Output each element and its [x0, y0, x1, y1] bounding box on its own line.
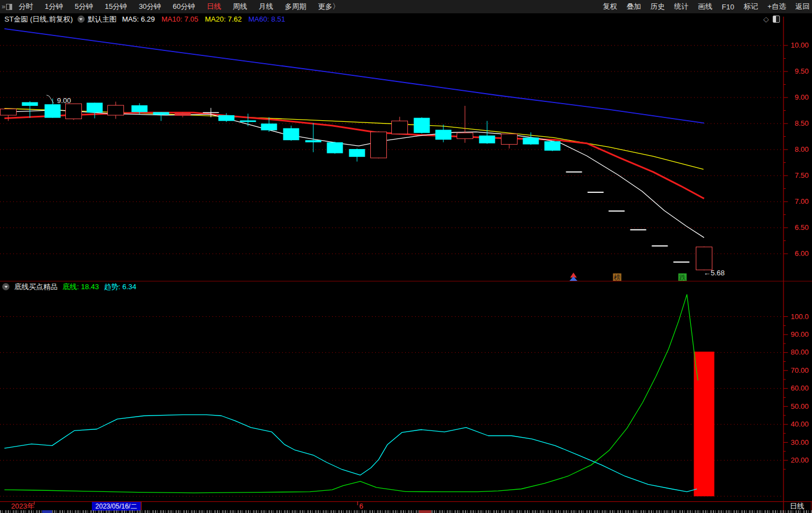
- candle-down[interactable]: [327, 142, 343, 153]
- indicator-name[interactable]: 底线买点精品: [14, 282, 58, 292]
- candle-down[interactable]: [349, 149, 365, 157]
- period-tab-8[interactable]: 月线: [259, 2, 273, 12]
- candle-down[interactable]: [219, 115, 235, 121]
- period-tab-1[interactable]: 1分钟: [45, 2, 63, 12]
- indicator-axis-label: 80.00: [790, 348, 809, 356]
- candle-up-solid[interactable]: [175, 113, 191, 116]
- indicator-header-row: 底线买点精品 底线: 18.43 趋势: 6.34: [2, 282, 136, 291]
- period-tab-9[interactable]: 多周期: [285, 2, 307, 12]
- main-axis-label: 8.50: [795, 119, 809, 127]
- tool-button-0[interactable]: 复权: [603, 2, 617, 12]
- symbol-title: ST金圆 (日线,前复权): [4, 14, 73, 24]
- toolbar-tools: 复权叠加历史统计画线F10标记+自选返回: [603, 2, 810, 12]
- candle-down[interactable]: [153, 112, 169, 115]
- candle-down[interactable]: [414, 118, 430, 133]
- indicator-axis-label: 30.00: [790, 438, 809, 447]
- indicator-axis-label: 20.00: [790, 456, 809, 464]
- indicator-axis-label: 50.00: [790, 402, 809, 411]
- candle-down[interactable]: [436, 130, 452, 140]
- axis-period-label[interactable]: 日线: [790, 502, 804, 510]
- indicator-axis-label: 90.00: [790, 330, 809, 338]
- peak-icon: [569, 276, 578, 281]
- indicator-value-dixian: 底线: 18.43: [63, 282, 99, 292]
- candle-down[interactable]: [479, 136, 495, 143]
- collapse-panel-icon[interactable]: »: [2, 3, 12, 11]
- period-tab-10[interactable]: 更多〉: [318, 2, 340, 12]
- chevron-down-icon[interactable]: [77, 16, 85, 23]
- selected-date-label[interactable]: 2023/05/16/二: [95, 502, 137, 510]
- candle-up[interactable]: [696, 247, 712, 270]
- period-tab-3[interactable]: 15分钟: [105, 2, 127, 12]
- main-axis-label: 7.00: [795, 197, 809, 206]
- clipped-bottom-toolbar: [0, 510, 812, 513]
- candle-up[interactable]: [66, 104, 82, 119]
- event-badge-text: 跌: [679, 274, 686, 281]
- indicator-axis-label: 40.00: [790, 420, 809, 428]
- ma-value-0: MA5: 6.29: [122, 15, 155, 23]
- tool-button-5[interactable]: F10: [722, 3, 734, 11]
- candle-up[interactable]: [108, 105, 124, 115]
- indicator-axis-label: 60.00: [790, 384, 809, 392]
- main-axis-label: 8.00: [795, 145, 809, 153]
- price-annotation: ←5.68: [704, 269, 725, 277]
- header-right-icons: ◇: [763, 15, 780, 23]
- main-axis-label: 9.50: [795, 67, 809, 75]
- ma-value-1: MA10: 7.05: [162, 15, 199, 23]
- ma-legend: MA5: 6.29MA10: 7.05MA20: 7.62MA60: 8.51: [122, 15, 286, 23]
- tool-button-8[interactable]: 返回: [795, 2, 810, 12]
- tool-button-7[interactable]: +自选: [767, 2, 786, 12]
- candle-up[interactable]: [392, 121, 408, 134]
- chart-canvas: 10.009.509.008.508.007.507.006.506.009.0…: [0, 0, 812, 513]
- main-axis-label: 7.50: [795, 171, 809, 179]
- indicator-line-1: [4, 415, 697, 492]
- year-label[interactable]: 2023年: [11, 502, 34, 510]
- indicator-axis-label: 100.0: [790, 312, 809, 321]
- candle-up[interactable]: [371, 132, 387, 158]
- period-tab-7[interactable]: 周线: [233, 2, 247, 12]
- ma-line-ma20: [4, 109, 704, 170]
- candle-up[interactable]: [501, 134, 518, 145]
- candle-down[interactable]: [240, 120, 256, 122]
- price-annotation: 9.00: [57, 96, 71, 105]
- trading-app-window: 10.009.509.008.508.007.507.006.506.009.0…: [0, 0, 812, 513]
- diamond-icon[interactable]: ◇: [763, 15, 769, 23]
- ma-value-2: MA20: 7.62: [205, 15, 242, 23]
- split-layout-icon[interactable]: [773, 16, 780, 23]
- period-tabs: 分时1分钟5分钟15分钟30分钟60分钟日线周线月线多周期更多〉: [19, 2, 340, 12]
- tool-button-6[interactable]: 标记: [743, 2, 758, 12]
- ma-value-3: MA60: 8.51: [249, 15, 286, 23]
- period-tab-5[interactable]: 60分钟: [173, 2, 195, 12]
- period-tab-2[interactable]: 5分钟: [75, 2, 93, 12]
- main-axis-label: 10.00: [790, 41, 809, 49]
- main-axis-label: 6.50: [795, 223, 809, 232]
- symbol-header-row: ST金圆 (日线,前复权) 默认主图 MA5: 6.29MA10: 7.05MA…: [0, 13, 812, 25]
- top-toolbar: » 分时1分钟5分钟15分钟30分钟60分钟日线周线月线多周期更多〉 复权叠加历…: [0, 0, 812, 13]
- main-overlay-label[interactable]: 默认主图: [88, 14, 117, 24]
- indicator-value-qushi: 趋势: 6.34: [104, 282, 137, 292]
- period-tab-6[interactable]: 日线: [207, 2, 221, 12]
- candle-down[interactable]: [306, 140, 322, 142]
- period-tab-0[interactable]: 分时: [19, 2, 33, 12]
- candle-down[interactable]: [45, 104, 61, 117]
- tool-button-2[interactable]: 历史: [650, 2, 665, 12]
- indicator-axis-label: 70.00: [790, 366, 809, 375]
- tool-button-3[interactable]: 统计: [674, 2, 689, 12]
- candle-down[interactable]: [545, 141, 561, 151]
- period-tab-4[interactable]: 30分钟: [139, 2, 161, 12]
- candle-up[interactable]: [457, 133, 473, 138]
- candle-down[interactable]: [283, 128, 299, 140]
- candle-down[interactable]: [132, 105, 148, 112]
- tool-button-1[interactable]: 叠加: [627, 2, 641, 12]
- tool-button-4[interactable]: 画线: [698, 2, 712, 12]
- candle-down[interactable]: [261, 124, 277, 130]
- chevron-down-icon[interactable]: [2, 283, 9, 290]
- event-badge-text: 榜: [613, 274, 620, 281]
- month-label[interactable]: 6: [359, 502, 363, 510]
- candle-down[interactable]: [22, 102, 38, 106]
- main-axis-label: 6.00: [795, 249, 809, 258]
- candle-up[interactable]: [1, 109, 17, 115]
- main-axis-label: 9.00: [795, 93, 809, 101]
- indicator-line-0: [4, 295, 698, 493]
- candle-down[interactable]: [87, 102, 103, 112]
- candle-down[interactable]: [523, 137, 539, 144]
